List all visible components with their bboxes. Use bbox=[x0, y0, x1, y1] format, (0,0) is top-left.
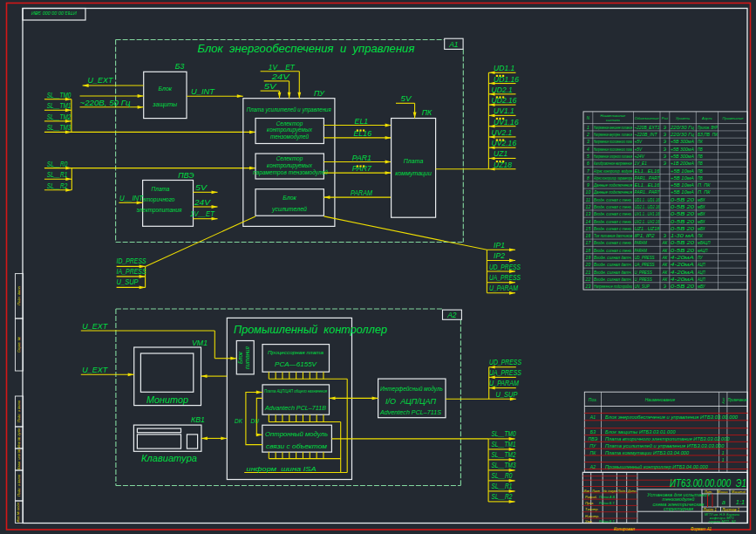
svg-text:вторичного: вторичного bbox=[143, 196, 175, 203]
svg-text:24V: 24V bbox=[271, 72, 290, 81]
svg-text:Масса: Масса bbox=[718, 490, 729, 494]
svg-text:13: 13 bbox=[586, 211, 591, 216]
svg-text:Плата вторичного электропитани: Плата вторичного электропитания ИТБ3.03.… bbox=[605, 436, 730, 442]
svg-text:Подп. дата: Подп. дата bbox=[17, 285, 21, 305]
svg-text:4-20мА: 4-20мА bbox=[671, 263, 694, 267]
svg-text:UV1.1: UV1.1 bbox=[494, 106, 514, 115]
svg-text:ПК: ПК bbox=[422, 108, 432, 117]
svg-text:+5V: +5V bbox=[635, 140, 643, 144]
svg-text:Данные подключения: Данные подключения bbox=[593, 190, 632, 195]
svg-text:ПВ: ПВ bbox=[698, 161, 703, 166]
svg-text:U_PARAM: U_PARAM bbox=[489, 379, 519, 387]
svg-text:6: 6 bbox=[587, 161, 589, 166]
svg-text:Примечание: Примечание bbox=[722, 116, 744, 120]
svg-text:19: 19 bbox=[586, 255, 591, 260]
svg-text:UV2.1: UV2.1 bbox=[492, 128, 513, 137]
svg-text:АК: АК bbox=[661, 277, 668, 282]
svg-text:U__INT: U__INT bbox=[119, 194, 144, 202]
svg-text:0-5В 20: 0-5В 20 bbox=[671, 220, 695, 224]
svg-text:Напряжение внешнее питания: Напряжение внешнее питания bbox=[594, 126, 632, 130]
svg-text:Обозначение: Обозначение bbox=[635, 116, 660, 120]
svg-text:PARAM: PARAM bbox=[635, 241, 648, 245]
svg-text:SL__R1: SL__R1 bbox=[47, 170, 68, 179]
svg-text:АК: АК bbox=[661, 241, 668, 245]
svg-text:Блок энергообеспечения и уп: Блок энергообеспечения и управления bbox=[197, 43, 414, 55]
svg-text:U_EXT: U_EXT bbox=[82, 322, 108, 331]
svg-text:15: 15 bbox=[586, 226, 591, 231]
svg-text:Подп. и дата: Подп. и дата bbox=[17, 474, 21, 496]
svg-text:Оптронный модуль: Оптронный модуль bbox=[265, 430, 328, 438]
svg-text:Интерфейсный модуль: Интерфейсный модуль bbox=[380, 386, 443, 393]
svg-text:Входн. сигнал с тенз.: Входн. сигнал с тенз. bbox=[594, 212, 632, 216]
svg-text:структурная: структурная bbox=[664, 506, 693, 511]
svg-text:PAR1...PAR7: PAR1...PAR7 bbox=[635, 190, 660, 195]
svg-text:П. ПК: П. ПК bbox=[698, 183, 712, 188]
svg-text:0-5В 20: 0-5В 20 bbox=[671, 284, 695, 289]
svg-text:ИТ63.00.00.000 ЭВИ: ИТ63.00.00.000 ЭВИ bbox=[31, 10, 77, 16]
svg-text:Входн. сигнал с тенз.: Входн. сигнал с тенз. bbox=[594, 198, 632, 202]
svg-text:мВХ: мВХ bbox=[698, 220, 705, 224]
svg-text:4-20мА: 4-20мА bbox=[671, 256, 694, 260]
svg-text:22: 22 bbox=[585, 277, 591, 282]
svg-text:Копировал: Копировал bbox=[614, 526, 635, 531]
svg-text:SL__R2: SL__R2 bbox=[492, 492, 514, 501]
svg-text:PAR1...PAR7: PAR1...PAR7 bbox=[635, 176, 660, 181]
svg-text:Плата коммутации ИТБ3.03.04.00: Плата коммутации ИТБ3.03.04.000 bbox=[605, 450, 690, 455]
svg-text:~220B_INT: ~220B_INT bbox=[635, 133, 658, 137]
svg-text:IP1, IP2: IP1, IP2 bbox=[635, 234, 656, 238]
svg-text:23: 23 bbox=[585, 284, 591, 289]
svg-text:U_PRESS: U_PRESS bbox=[635, 270, 653, 275]
svg-text:Блок защиты ИТБ3.03.01.000: Блок защиты ИТБ3.03.01.000 bbox=[605, 429, 676, 435]
svg-text:Напряжение постоянного тока: Напряжение постоянного тока bbox=[594, 140, 632, 144]
svg-text:Калибровочное напряжение: Калибровочное напряжение bbox=[594, 161, 632, 166]
svg-text:БЗ,ПВ ПК: БЗ,ПВ ПК bbox=[698, 133, 719, 137]
svg-text:ПУ: ПУ bbox=[589, 443, 596, 448]
svg-text:Плата АЦП/ЦАП общего назначени: Плата АЦП/ЦАП общего назначения bbox=[264, 389, 327, 394]
svg-text:ID_PRESS: ID_PRESS bbox=[117, 257, 147, 265]
svg-text:UV2.1...UV2.16: UV2.1...UV2.16 bbox=[635, 220, 660, 224]
svg-text:+5В 300мА: +5В 300мА bbox=[671, 147, 694, 152]
svg-text:IP2: IP2 bbox=[494, 251, 506, 260]
svg-text:U_INT: U_INT bbox=[191, 87, 215, 96]
svg-text:коммутации: коммутации bbox=[395, 170, 432, 177]
svg-text:группа МТ1–92: группа МТ1–92 bbox=[708, 519, 736, 524]
svg-text:PCA—6155V: PCA—6155V bbox=[275, 360, 317, 368]
svg-text:+5В 300мА: +5В 300мА bbox=[671, 154, 694, 159]
svg-text:Наименование: Наименование bbox=[645, 397, 676, 402]
svg-text:Наименование: Наименование bbox=[601, 113, 627, 118]
svg-text:Кол: Кол bbox=[721, 397, 725, 403]
svg-text:UV1.1...UV1.16: UV1.1...UV1.16 bbox=[635, 212, 660, 216]
svg-text:Б3: Б3 bbox=[175, 62, 185, 71]
svg-text:Напряжение подстройки: Напряжение подстройки bbox=[594, 284, 632, 289]
svg-text:UA_PRESS: UA_PRESS bbox=[635, 263, 656, 267]
svg-text:Плата: Плата bbox=[152, 186, 170, 192]
svg-text:Род: Род bbox=[662, 116, 669, 120]
svg-text:Листов 1: Листов 1 bbox=[721, 508, 740, 512]
svg-text:SL__TM3: SL__TM3 bbox=[492, 461, 517, 469]
svg-text:А1: А1 bbox=[448, 40, 459, 49]
svg-text:А1: А1 bbox=[589, 414, 596, 420]
svg-text:3: 3 bbox=[587, 139, 589, 144]
svg-text:U_SUP: U_SUP bbox=[117, 277, 140, 286]
svg-text:PAR1: PAR1 bbox=[352, 154, 371, 162]
svg-text:5V: 5V bbox=[401, 94, 412, 103]
svg-text:Дата: Дата bbox=[627, 490, 636, 493]
svg-text:АК: АК bbox=[661, 270, 668, 275]
svg-text:Входн. сигнал датч.: Входн. сигнал датч. bbox=[594, 270, 632, 275]
svg-text:А2: А2 bbox=[446, 311, 457, 319]
svg-text:Данные подключения: Данные подключения bbox=[593, 183, 632, 188]
svg-text:усилителей: усилителей bbox=[271, 206, 307, 213]
svg-text:Н.контр.: Н.контр. bbox=[585, 515, 599, 518]
svg-text:+1В 200мА: +1В 200мА bbox=[671, 161, 694, 166]
svg-text:IA_PRESS: IA_PRESS bbox=[117, 267, 147, 276]
svg-text:Входн. сигнал с тенз.: Входн. сигнал с тенз. bbox=[594, 227, 632, 231]
svg-text:связи с объектом: связи с объектом bbox=[266, 442, 328, 450]
svg-text:14: 14 bbox=[586, 219, 591, 224]
svg-text:5: 5 bbox=[587, 154, 589, 159]
svg-text:ПУ: ПУ bbox=[314, 89, 325, 98]
svg-text:10: 10 bbox=[586, 189, 591, 195]
svg-text:Входн. сигнал с тенз.: Входн. сигнал с тенз. bbox=[594, 241, 632, 245]
svg-text:5V: 5V bbox=[195, 183, 208, 192]
svg-text:Входн. сигнал с тенз.: Входн. сигнал с тенз. bbox=[594, 205, 632, 209]
svg-text:мВХ: мВХ bbox=[698, 198, 705, 202]
